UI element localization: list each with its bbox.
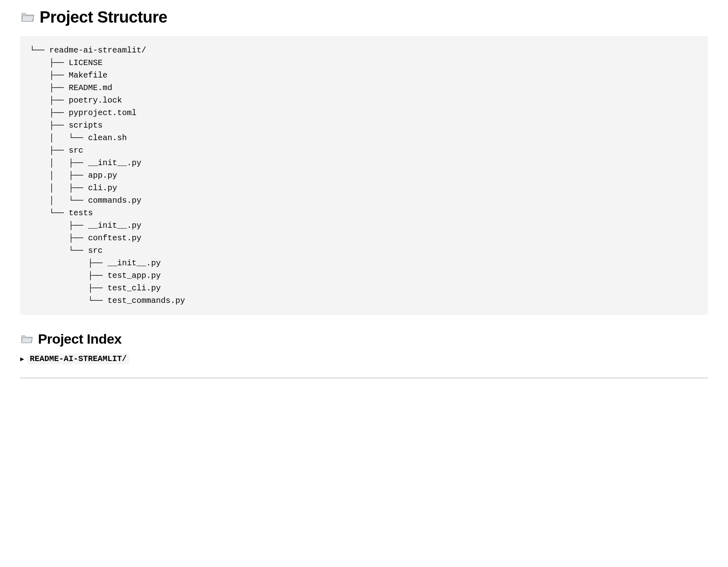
triangle-right-icon: ▶ [20, 355, 24, 363]
project-index-header: Project Index [20, 331, 708, 347]
details-summary-label: README-AI-STREAMLIT/ [27, 353, 129, 364]
details-summary-toggle[interactable]: ▶ README-AI-STREAMLIT/ [20, 353, 708, 364]
project-tree-block: └── readme-ai-streamlit/ ├── LICENSE ├──… [20, 36, 708, 315]
folder-open-icon [20, 10, 35, 25]
folder-open-icon [20, 333, 33, 346]
project-structure-header: Project Structure [20, 8, 708, 26]
horizontal-divider [20, 377, 708, 379]
project-structure-title: Project Structure [40, 8, 167, 26]
project-index-title: Project Index [38, 331, 122, 347]
